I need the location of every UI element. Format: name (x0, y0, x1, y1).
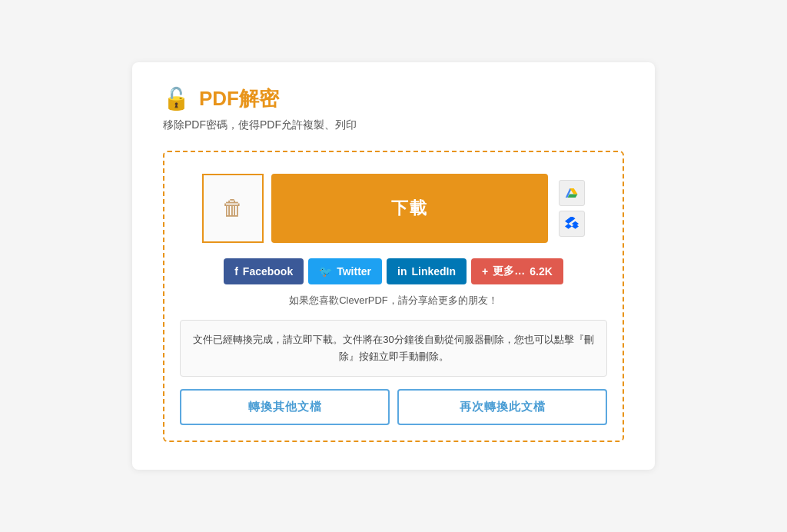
more-label: 更多… (493, 264, 525, 278)
trash-icon: 🗑 (222, 195, 244, 221)
twitter-icon: 🐦 (319, 265, 332, 278)
facebook-label: Facebook (243, 265, 293, 278)
more-share-button[interactable]: + 更多… 6.2K (471, 258, 563, 284)
content-box: 🗑 下載 f (163, 151, 624, 442)
linkedin-share-button[interactable]: in LinkedIn (387, 258, 467, 284)
convert-other-button[interactable]: 轉換其他文檔 (180, 389, 390, 425)
lock-icon: 🔓 (163, 86, 190, 111)
twitter-share-button[interactable]: 🐦 Twitter (308, 258, 382, 284)
facebook-icon: f (234, 265, 238, 278)
more-icon: + (482, 265, 488, 278)
cloud-icons (559, 180, 585, 237)
linkedin-icon: in (397, 265, 407, 278)
info-box: 文件已經轉換完成，請立即下載。文件將在30分鐘後自動從伺服器刪除，您也可以點擊『… (180, 320, 607, 377)
google-drive-button[interactable] (559, 180, 585, 206)
twitter-label: Twitter (337, 265, 371, 278)
share-message: 如果您喜歡CleverPDF，請分享給更多的朋友！ (180, 294, 607, 308)
linkedin-label: LinkedIn (412, 265, 457, 278)
facebook-share-button[interactable]: f Facebook (224, 258, 304, 284)
reconvert-button[interactable]: 再次轉換此文檔 (397, 389, 607, 425)
page-subtitle: 移除PDF密碼，使得PDF允許複製、列印 (163, 118, 624, 132)
action-buttons: 轉換其他文檔 再次轉換此文檔 (180, 389, 607, 425)
main-card: 🔓 PDF解密 移除PDF密碼，使得PDF允許複製、列印 🗑 下載 (132, 62, 655, 470)
file-thumbnail: 🗑 (202, 174, 264, 243)
download-row: 🗑 下載 (180, 174, 607, 243)
download-button[interactable]: 下載 (271, 174, 548, 243)
dropbox-button[interactable] (559, 211, 585, 237)
info-message: 文件已經轉換完成，請立即下載。文件將在30分鐘後自動從伺服器刪除，您也可以點擊『… (193, 334, 593, 362)
page-header: 🔓 PDF解密 (163, 85, 624, 112)
social-share-row: f Facebook 🐦 Twitter in LinkedIn + 更多… 6… (180, 258, 607, 284)
more-count: 6.2K (530, 265, 553, 278)
page-title: PDF解密 (199, 85, 279, 112)
